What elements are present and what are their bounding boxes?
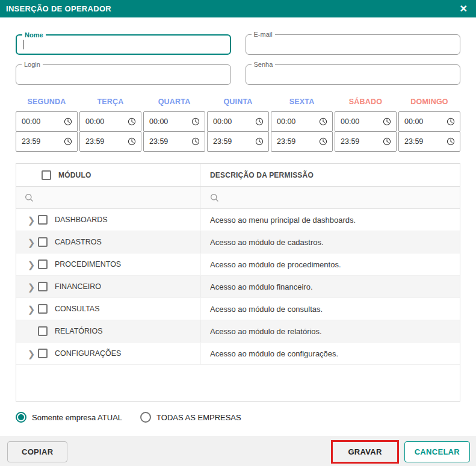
- row-checkbox-financeiro[interactable]: [38, 282, 48, 291]
- module-name: CONSULTAS: [55, 305, 100, 313]
- end-time-domingo[interactable]: 23:59: [398, 131, 460, 152]
- clock-icon: [191, 137, 200, 146]
- clock-icon: [255, 117, 264, 126]
- dialog-header: INSERÇÃO DE OPERADOR ✕: [0, 0, 476, 17]
- clock-icon: [128, 117, 136, 126]
- row-checkbox-cadastros[interactable]: [38, 237, 48, 247]
- clock-icon: [319, 117, 327, 126]
- search-icon: [25, 193, 34, 202]
- expand-chevron-icon[interactable]: ❯: [25, 216, 38, 225]
- column-header-module: MÓDULO: [58, 171, 91, 179]
- clock-icon: [64, 117, 72, 126]
- module-filter-input[interactable]: [16, 187, 200, 208]
- end-time-terca[interactable]: 23:59: [79, 131, 141, 152]
- clock-icon: [64, 137, 72, 146]
- start-time-sabado[interactable]: 00:00: [335, 111, 397, 132]
- start-time-sexta[interactable]: 00:00: [271, 111, 333, 132]
- save-button-highlight-box: GRAVAR: [331, 440, 398, 464]
- copy-button[interactable]: COPIAR: [7, 441, 67, 462]
- name-field[interactable]: Nome: [16, 34, 231, 55]
- time-value: 23:59: [213, 137, 232, 146]
- day-header-row: SEGUNDA TERÇA QUARTA QUINTA SEXTA SÁBADO…: [16, 98, 460, 106]
- day-header-sabado: SÁBADO: [335, 98, 397, 106]
- module-name: DASHBOARDS: [55, 216, 108, 224]
- end-time-row: 23:59 23:59 23:59 23:59 23:59 23:59 23:5…: [16, 132, 460, 152]
- time-value: 00:00: [213, 117, 232, 126]
- table-row-configuracoes: ❯ CONFIGURAÇÕES Acesso ao módulo de conf…: [16, 343, 460, 365]
- row-checkbox-relatorios[interactable]: [38, 326, 48, 336]
- schedule-section: SEGUNDA TERÇA QUARTA QUINTA SEXTA SÁBADO…: [16, 98, 460, 152]
- table-filter-row: [16, 187, 460, 209]
- close-icon[interactable]: ✕: [460, 4, 468, 14]
- time-value: 00:00: [22, 117, 40, 126]
- end-time-sexta[interactable]: 23:59: [271, 131, 333, 152]
- module-name: RELATÓRIOS: [55, 327, 103, 335]
- radio-all-companies[interactable]: TODAS AS EMPRESAS: [140, 412, 241, 423]
- time-value: 00:00: [404, 117, 423, 126]
- time-value: 23:59: [341, 137, 359, 146]
- expand-chevron-icon[interactable]: ❯: [25, 238, 38, 247]
- end-time-quinta[interactable]: 23:59: [207, 131, 269, 152]
- end-time-sabado[interactable]: 23:59: [335, 131, 397, 152]
- day-header-quinta: QUINTA: [207, 98, 269, 106]
- email-field-label: E-mail: [252, 31, 275, 38]
- module-name: FINANCEIRO: [55, 282, 101, 291]
- start-time-segunda[interactable]: 00:00: [16, 111, 78, 132]
- row-checkbox-consultas[interactable]: [38, 304, 48, 314]
- day-header-segunda: SEGUNDA: [16, 98, 78, 106]
- expand-chevron-icon[interactable]: ❯: [25, 305, 38, 314]
- table-row-dashboards: ❯ DASHBOARDS Acesso ao menu principal de…: [16, 209, 460, 231]
- login-field[interactable]: Login: [16, 64, 231, 85]
- start-time-terca[interactable]: 00:00: [79, 111, 141, 132]
- expand-chevron-icon[interactable]: ❯: [25, 282, 38, 291]
- select-all-checkbox[interactable]: [42, 170, 51, 180]
- row-checkbox-configuracoes[interactable]: [38, 349, 48, 358]
- row-checkbox-dashboards[interactable]: [38, 215, 48, 225]
- row-checkbox-procedimentos[interactable]: [38, 259, 48, 269]
- column-header-description: DESCRIÇÃO DA PERMISSÃO: [210, 171, 314, 179]
- end-time-quarta[interactable]: 23:59: [143, 131, 205, 152]
- clock-icon: [319, 137, 327, 146]
- radio-selected-icon: [16, 412, 26, 423]
- table-empty-area: [16, 365, 460, 401]
- clock-icon: [255, 137, 264, 146]
- table-row-consultas: ❯ CONSULTAS Acesso ao módulo de consulta…: [16, 298, 460, 320]
- operator-form: Nome E-mail Login Senha: [16, 34, 460, 85]
- expand-chevron-icon[interactable]: ❯: [25, 260, 38, 269]
- start-time-quarta[interactable]: 00:00: [143, 111, 205, 132]
- company-scope-options: Somente empresa ATUAL TODAS AS EMPRESAS: [16, 412, 460, 423]
- module-name: CADASTROS: [55, 238, 102, 246]
- module-description: Acesso ao módulo de cadastros.: [210, 238, 324, 247]
- password-field[interactable]: Senha: [246, 64, 461, 85]
- permissions-table: MÓDULO DESCRIÇÃO DA PERMISSÃO ❯ DAS: [16, 163, 460, 402]
- time-value: 23:59: [85, 137, 104, 146]
- time-value: 00:00: [277, 117, 295, 126]
- module-name: PROCEDIMENTOS: [55, 260, 121, 269]
- table-row-cadastros: ❯ CADASTROS Acesso ao módulo de cadastro…: [16, 231, 460, 253]
- cancel-button[interactable]: CANCELAR: [404, 441, 470, 462]
- search-icon: [210, 193, 219, 202]
- password-field-label: Senha: [252, 61, 276, 68]
- time-value: 00:00: [85, 117, 104, 126]
- table-row-procedimentos: ❯ PROCEDIMENTOS Acesso ao módulo de proc…: [16, 253, 460, 276]
- module-description: Acesso ao módulo de procedimentos.: [210, 260, 341, 269]
- description-filter-input[interactable]: [200, 187, 460, 208]
- clock-icon: [191, 117, 200, 126]
- time-value: 23:59: [404, 137, 423, 146]
- radio-current-company[interactable]: Somente empresa ATUAL: [16, 412, 122, 423]
- start-time-quinta[interactable]: 00:00: [207, 111, 269, 132]
- email-field[interactable]: E-mail: [246, 34, 461, 55]
- start-time-row: 00:00 00:00 00:00 00:00 00:00 00:00 00:0…: [16, 111, 460, 132]
- login-field-label: Login: [22, 61, 43, 68]
- name-field-label: Nome: [22, 31, 46, 39]
- expand-chevron-icon[interactable]: ❯: [25, 349, 38, 358]
- time-value: 23:59: [277, 137, 295, 146]
- clock-icon: [128, 137, 136, 146]
- text-cursor: [23, 40, 23, 49]
- module-description: Acesso ao módulo financeiro.: [210, 282, 313, 291]
- start-time-domingo[interactable]: 00:00: [398, 111, 460, 132]
- clock-icon: [383, 117, 391, 126]
- end-time-segunda[interactable]: 23:59: [16, 131, 78, 152]
- radio-label: TODAS AS EMPRESAS: [156, 413, 241, 422]
- save-button[interactable]: GRAVAR: [333, 442, 397, 462]
